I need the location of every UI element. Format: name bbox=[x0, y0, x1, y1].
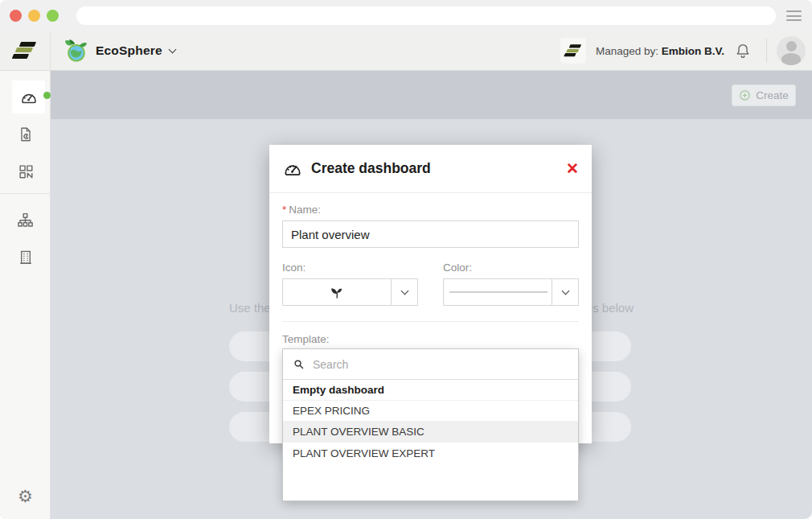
template-dropdown: Empty dashboard EPEX PRICING PLANT OVERV… bbox=[282, 348, 579, 501]
user-avatar[interactable] bbox=[777, 36, 806, 65]
color-select[interactable] bbox=[443, 278, 579, 306]
hierarchy-sitemap-icon bbox=[16, 211, 35, 229]
template-option-plant-overview-basic[interactable]: PLANT OVERVIEW BASIC bbox=[283, 422, 578, 443]
header-divider bbox=[766, 39, 767, 63]
modal-body: *Name: Icon: bbox=[269, 193, 592, 345]
sidebar-item-reports[interactable] bbox=[0, 118, 51, 150]
required-asterisk: * bbox=[282, 204, 286, 216]
minimize-window-button[interactable] bbox=[28, 10, 40, 22]
plus-circle-icon bbox=[739, 89, 751, 101]
browser-menu-icon[interactable] bbox=[786, 10, 802, 24]
section-divider bbox=[282, 321, 579, 322]
hint-text-right: es below bbox=[586, 301, 634, 315]
name-field-label: *Name: bbox=[282, 204, 579, 216]
name-input[interactable] bbox=[282, 220, 579, 248]
embion-logo-icon bbox=[13, 42, 37, 60]
template-option-plant-overview-expert[interactable]: PLANT OVERVIEW EXPERT bbox=[283, 443, 578, 463]
color-field-label: Color: bbox=[443, 262, 579, 274]
managed-by-label: Managed by: bbox=[596, 45, 658, 57]
icon-field-label: Icon: bbox=[282, 262, 418, 274]
sidebar-item-hierarchy[interactable] bbox=[0, 204, 51, 236]
modal-title: Create dashboard bbox=[311, 160, 431, 177]
template-field-label: Template: bbox=[282, 333, 579, 345]
embion-logo[interactable] bbox=[0, 31, 51, 71]
template-search-input[interactable] bbox=[313, 358, 568, 371]
gear-icon: ⚙ bbox=[18, 488, 33, 505]
zoom-window-button[interactable] bbox=[47, 10, 59, 22]
close-window-button[interactable] bbox=[10, 10, 22, 22]
ecosphere-logo-icon bbox=[64, 39, 88, 63]
active-status-dot bbox=[43, 92, 51, 99]
sidebar-item-organization[interactable] bbox=[0, 241, 51, 274]
building-icon bbox=[17, 249, 35, 266]
address-bar[interactable] bbox=[76, 6, 776, 25]
sidebar-item-settings[interactable]: ⚙ bbox=[0, 480, 51, 512]
widgets-grid-icon bbox=[17, 163, 35, 180]
template-option-empty-dashboard[interactable]: Empty dashboard bbox=[283, 380, 578, 401]
dashboard-gauge-icon bbox=[282, 159, 303, 179]
create-button-label: Create bbox=[756, 89, 789, 101]
embion-logo-icon bbox=[564, 44, 582, 57]
chevron-down-icon[interactable] bbox=[552, 279, 578, 305]
create-dashboard-button[interactable]: Create bbox=[732, 84, 796, 106]
chevron-down-icon[interactable] bbox=[391, 279, 417, 305]
dashboard-gauge-icon bbox=[19, 88, 39, 107]
sidebar-item-dashboards[interactable] bbox=[12, 80, 45, 113]
report-document-icon bbox=[17, 126, 35, 143]
brand-name: EcoSphere bbox=[96, 43, 162, 58]
modal-header: Create dashboard ✕ bbox=[269, 145, 592, 193]
managed-by-name: Embion B.V. bbox=[662, 45, 724, 57]
template-option-epex-pricing[interactable]: EPEX PRICING bbox=[283, 401, 578, 422]
workspace-switcher[interactable]: EcoSphere bbox=[64, 31, 175, 71]
managed-by-text: Managed by: Embion B.V. bbox=[596, 45, 724, 57]
sidebar-item-widgets[interactable] bbox=[0, 155, 51, 187]
managed-by-logo bbox=[560, 38, 586, 64]
icon-select[interactable] bbox=[282, 278, 418, 306]
chevron-down-icon bbox=[168, 45, 176, 53]
search-icon bbox=[293, 358, 305, 370]
app-header: EcoSphere Managed by: Embion B.V. bbox=[0, 31, 812, 71]
header-right: Managed by: Embion B.V. bbox=[560, 31, 806, 71]
app-window: EcoSphere Managed by: Embion B.V. bbox=[0, 0, 812, 519]
notifications-bell-icon[interactable] bbox=[734, 42, 752, 60]
sprout-icon bbox=[329, 284, 345, 300]
color-swatch bbox=[449, 291, 547, 293]
sidebar-divider bbox=[0, 193, 50, 194]
sidebar: ⚙ bbox=[0, 71, 51, 519]
browser-chrome bbox=[0, 0, 812, 31]
close-icon[interactable]: ✕ bbox=[566, 161, 579, 176]
page-toolbar: Create bbox=[51, 71, 812, 119]
template-search bbox=[283, 349, 578, 380]
